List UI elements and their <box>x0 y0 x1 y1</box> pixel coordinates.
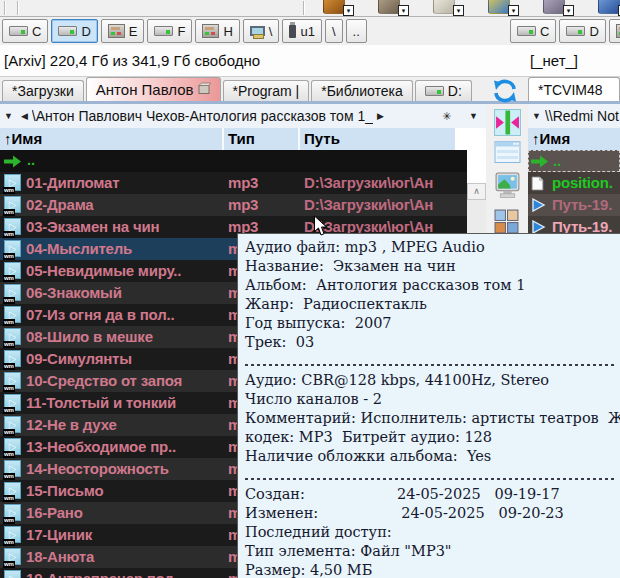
tooltip-line: Тип элемента: Файл "MP3" <box>245 542 620 561</box>
tooltip-line: Наличие обложки альбома: Yes <box>245 447 620 466</box>
file-name: 09-Симулянты <box>26 348 226 370</box>
tab-bar: *ЗагрузкиАнтон Павлов*Program |*Библиоте… <box>0 77 620 104</box>
drive-button-E[interactable]: E <box>609 19 620 43</box>
tab-d[interactable]: D: <box>415 80 472 101</box>
file-row[interactable]: position. <box>528 172 620 194</box>
paint-icon <box>488 0 510 14</box>
tooltip-line: Число каналов - 2 <box>245 390 620 409</box>
dropdown-icon[interactable]: ▾ <box>343 5 354 16</box>
drive-button-bs[interactable]: \ <box>325 19 343 43</box>
drive-button-..[interactable]: .. <box>346 19 367 43</box>
sort-asc-icon: ↑ <box>532 130 540 147</box>
play-outline-icon: ▷ <box>5 483 20 498</box>
dropdown-icon[interactable]: ▾ <box>508 5 519 16</box>
left-column-header: ↑Имя Тип Путь <box>0 128 486 150</box>
play-outline-icon: ▷ <box>5 417 20 432</box>
play-outline-icon: ▷ <box>5 373 20 388</box>
file-path: D:\Загрузки\юг\Ан <box>304 194 433 216</box>
right-drive-bar: CDE <box>510 19 620 43</box>
history-forward-icon[interactable]: ▶ <box>377 111 384 121</box>
column-name[interactable]: ↑Имя <box>4 128 42 150</box>
tab-загрузки[interactable]: *Загрузки <box>2 80 84 101</box>
file-name: 13-Необходимое пр.. <box>26 436 226 458</box>
path-bar-controls: ✳ ▼ <box>440 104 486 128</box>
path-menu-icon[interactable]: ▼ <box>469 111 478 121</box>
file-name: position. <box>552 172 613 194</box>
media-file-icon: ▷ <box>4 174 21 191</box>
notepad-icon[interactable]: ▾ <box>433 0 455 17</box>
drive-button-D[interactable]: D <box>51 19 97 43</box>
refresh-button[interactable] <box>491 79 521 103</box>
tab-tcvim48[interactable]: *TCVIM48 <box>528 77 620 101</box>
tools-icon[interactable]: ▾ <box>378 0 400 17</box>
window-icon[interactable] <box>494 141 521 167</box>
tooltip-line: Изменен: 24-05-2025 09-20-23 <box>245 504 620 523</box>
file-row[interactable]: Путь-19. <box>528 194 620 216</box>
drive-button-u1[interactable]: u1 <box>282 19 321 43</box>
right-path-bar[interactable]: ▼ \\Redmi Not <box>528 104 620 128</box>
tooltip-line: кодек: MP3 Битрейт аудио: 128 <box>245 428 620 447</box>
drive-button-bs[interactable]: \ <box>243 19 280 43</box>
dropdown-icon[interactable]: ▾ <box>453 5 464 16</box>
path-dropdown-icon[interactable]: ▼ <box>532 111 541 121</box>
up-dir-icon <box>531 154 549 172</box>
tooltip-line: Альбом: Антология рассказов том 1 <box>245 276 620 295</box>
tooltip-line: Создан: 24-05-2025 09-19-17 <box>245 485 620 504</box>
left-tabs: *ЗагрузкиАнтон Павлов*Program |*Библиоте… <box>2 77 474 101</box>
tab-label: *Загрузки <box>12 83 74 99</box>
drive-button-C[interactable]: C <box>510 19 556 43</box>
drive-button-F[interactable]: F <box>147 19 192 43</box>
column-name[interactable]: ↑Имя <box>532 128 570 150</box>
address-book-icon[interactable]: ▾ <box>323 0 345 17</box>
media-file-icon: ▷ <box>4 548 21 565</box>
tab-program[interactable]: *Program | <box>223 80 310 101</box>
scroll-up-icon[interactable]: ∧ <box>467 183 486 200</box>
drive-button-H[interactable]: H <box>195 19 239 43</box>
tab-библиотека[interactable]: *Библиотека <box>311 80 413 101</box>
network-app-icon <box>598 0 620 14</box>
drive-label: .. <box>353 24 360 39</box>
right-drive-info: [_нет_] <box>530 45 578 76</box>
dropdown-icon[interactable]: ▾ <box>563 5 574 16</box>
drive-button-E[interactable]: E <box>101 19 145 43</box>
media-file-icon: ▷ <box>4 284 21 301</box>
play-outline-icon: ▷ <box>5 329 20 344</box>
media-file-icon: ▷ <box>4 372 21 389</box>
drive-button-D[interactable]: D <box>559 19 605 43</box>
display-icon[interactable] <box>494 172 521 203</box>
left-path-bar[interactable]: ▼ ◀ \Антон Павлович Чехов-Антология расс… <box>0 104 486 128</box>
hdd-icon <box>566 26 585 36</box>
favorites-icon[interactable]: ✳ <box>442 110 451 123</box>
left-drive-info: [Arxiv] 220,4 Гб из 341,9 Гб свободно <box>4 45 260 76</box>
tooltip-line: Комментарий: Исполнитель: артисты театро… <box>245 409 620 428</box>
drive-label: C <box>32 24 41 39</box>
toolbar-handle <box>4 1 6 15</box>
swap-panels-icon[interactable] <box>494 109 521 140</box>
column-type[interactable]: Тип <box>228 128 255 150</box>
parent-dir-row[interactable]: .. <box>0 150 467 172</box>
media-file-icon: ▷ <box>4 328 21 345</box>
media-file-icon: ▷ <box>4 438 21 455</box>
hdd-icon <box>517 26 536 36</box>
file-name: 06-Знакомый <box>26 282 226 304</box>
net-icon <box>250 26 265 36</box>
drive-info-row: [Arxiv] 220,4 Гб из 341,9 Гб свободно [_… <box>0 45 620 77</box>
path-dropdown-icon[interactable]: ▼ <box>4 111 13 121</box>
paint-icon[interactable]: ▾ <box>488 0 510 17</box>
tab-антонпавлов[interactable]: Антон Павлов <box>86 77 221 101</box>
dropdown-icon[interactable]: ▾ <box>398 5 409 16</box>
column-separator[interactable] <box>222 128 224 150</box>
drive-label: u1 <box>300 24 314 39</box>
parent-dir-row[interactable]: .. <box>528 150 620 172</box>
file-row[interactable]: ▷01-Дипломатmp3D:\Загрузки\юг\Ан <box>0 172 467 194</box>
column-path[interactable]: Путь <box>304 128 340 150</box>
drive-button-C[interactable]: C <box>2 19 48 43</box>
file-row[interactable]: ▷02-Драмаmp3D:\Загрузки\юг\Ан <box>0 194 467 216</box>
column-separator[interactable] <box>298 128 300 150</box>
play-outline-icon: ▷ <box>5 219 20 234</box>
history-back-icon[interactable]: ◀ <box>21 111 28 121</box>
file-name: 11-Толстый и тонкий <box>26 392 226 414</box>
network-app-icon[interactable]: ▾ <box>598 0 620 17</box>
camera-icon[interactable]: ▾ <box>543 0 565 17</box>
locked-tab-icon <box>198 81 211 98</box>
